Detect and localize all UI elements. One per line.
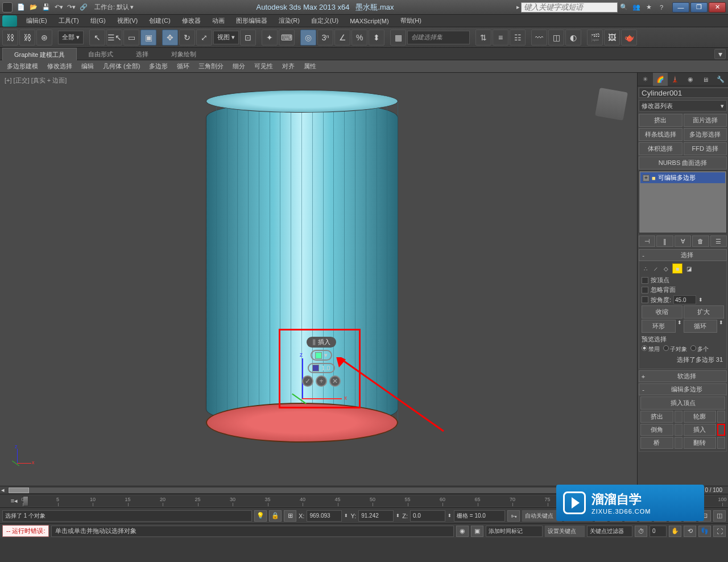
radio-multi[interactable] [690, 345, 696, 351]
time-config-icon[interactable]: ⏱ [635, 526, 647, 537]
outline-button[interactable]: 轮廓 [684, 411, 717, 423]
ribbon-geom[interactable]: 几何体 (全部) [98, 62, 144, 71]
menu-maxscript[interactable]: MAXScript(M) [344, 18, 394, 24]
rollout-editpoly-header[interactable]: -编辑多边形 [639, 383, 727, 395]
bind-icon[interactable]: ⊛ [36, 30, 52, 46]
inset-settings-icon[interactable] [717, 424, 725, 436]
move-icon[interactable]: ✥ [162, 30, 178, 46]
caddy-cancel-icon[interactable]: ✕ [329, 375, 341, 387]
bulb-icon[interactable]: ■ [652, 175, 656, 181]
ribbon-toggle-icon[interactable]: ▾ [714, 49, 726, 59]
menu-group[interactable]: 组(G) [85, 16, 111, 25]
stack-item-editpoly[interactable]: + ■ 可编辑多边形 [640, 172, 725, 183]
expand-icon[interactable]: + [643, 175, 650, 181]
create-tab-icon[interactable]: ✳ [638, 73, 653, 86]
maxscript-error[interactable]: -- 运行时错误: [2, 525, 49, 537]
curve-editor-icon[interactable]: 〰 [531, 30, 547, 46]
isolate-icon[interactable]: ◉ [456, 526, 469, 537]
select-rect-icon[interactable]: ▭ [123, 30, 139, 46]
angle-snap-icon[interactable]: ∠ [334, 30, 350, 46]
menu-grapheditors[interactable]: 图形编辑器 [230, 16, 273, 25]
x-coord-input[interactable] [307, 510, 342, 522]
workspace-label[interactable]: 工作台: 默认 [94, 3, 129, 11]
select-icon[interactable]: ↖ [89, 30, 105, 46]
material-editor-icon[interactable]: ◐ [565, 30, 581, 46]
inset-button[interactable]: 插入 [684, 424, 717, 436]
pivot-icon[interactable]: ⊡ [240, 30, 256, 46]
mirror-icon[interactable]: ⇅ [475, 30, 491, 46]
viewport[interactable]: [+] [正交] [真实 + 边面] zx ‖ 插入 ▾ 1.0 [0, 73, 637, 486]
angle-input[interactable] [673, 295, 696, 304]
mod-extrude[interactable]: 挤出 [639, 114, 682, 127]
minimize-button[interactable]: — [672, 2, 689, 13]
display-tab-icon[interactable]: 🖥 [698, 73, 713, 86]
mod-spline-sel[interactable]: 样条线选择 [639, 128, 682, 141]
caddy-amount-input[interactable]: 1.0 [308, 363, 334, 373]
pin-stack-icon[interactable]: ⊣ [639, 235, 655, 247]
nav-orbit-icon[interactable]: ⟲ [684, 526, 696, 537]
app-logo[interactable] [2, 2, 13, 13]
rollout-softsel-header[interactable]: +软选择 [639, 370, 727, 382]
ribbon-polys[interactable]: 多边形 [144, 62, 172, 71]
mod-ffd-sel[interactable]: FFD 选择 [684, 142, 727, 155]
radio-subobj[interactable] [663, 345, 669, 351]
menu-customize[interactable]: 自定义(U) [305, 16, 344, 25]
viewcube[interactable] [595, 88, 628, 121]
caddy-confirm-icon[interactable]: ✓ [302, 375, 313, 387]
ribbon-modsel[interactable]: 修改选择 [43, 62, 77, 71]
modifier-list-dropdown[interactable]: 修改器列表▾ [639, 100, 727, 111]
mod-poly-sel[interactable]: 多边形选择 [684, 128, 727, 141]
bevel-button[interactable]: 倒角 [640, 424, 673, 436]
menu-views[interactable]: 视图(V) [111, 16, 144, 25]
border-subobj-icon[interactable]: ◇ [662, 265, 670, 272]
ribbon-subdiv[interactable]: 细分 [228, 62, 250, 71]
align-icon[interactable]: ≡ [493, 30, 508, 46]
utilities-tab-icon[interactable]: 🔧 [713, 73, 729, 86]
y-coord-input[interactable] [358, 510, 394, 522]
z-coord-input[interactable] [410, 510, 445, 522]
named-sel-icon[interactable]: ▦ [390, 30, 406, 46]
lock-selection-icon[interactable]: 🔒 [269, 510, 282, 522]
by-vertex-checkbox[interactable] [642, 277, 648, 284]
current-frame-input[interactable] [650, 526, 667, 537]
close-button[interactable]: ✕ [709, 2, 726, 13]
rollout-selection-header[interactable]: -选择 [639, 249, 727, 261]
flip-button[interactable]: 翻转 [684, 437, 717, 449]
bridge-settings-icon[interactable] [675, 437, 682, 449]
menu-edit[interactable]: 编辑(E) [20, 16, 53, 25]
remove-mod-icon[interactable]: 🗑 [692, 235, 709, 247]
ribbon-tri[interactable]: 三角剖分 [194, 62, 228, 71]
hierarchy-tab-icon[interactable]: 🗼 [668, 73, 683, 86]
menu-modifiers[interactable]: 修改器 [176, 16, 206, 25]
comm-icon[interactable]: 👥 [630, 2, 643, 13]
key-filters-button[interactable]: 关键点过滤器 [587, 526, 632, 537]
element-subobj-icon[interactable]: ◪ [685, 265, 693, 272]
caddy-type-button[interactable]: ▾ [311, 350, 332, 361]
snap-icon[interactable]: ◎ [300, 30, 316, 46]
ribbon-props[interactable]: 属性 [299, 62, 321, 71]
ignore-backfacing-checkbox[interactable] [642, 287, 648, 294]
extrude-button[interactable]: 挤出 [640, 411, 673, 423]
ribbon-align[interactable]: 对齐 [278, 62, 299, 71]
snap3-icon[interactable]: 3ⁿ [317, 30, 333, 46]
scale-icon[interactable]: ⤢ [196, 30, 212, 46]
by-angle-checkbox[interactable] [642, 296, 648, 303]
manipulate-icon[interactable]: ✦ [262, 30, 278, 46]
modifier-stack[interactable]: + ■ 可编辑多边形 [639, 171, 727, 233]
nav-maximize-icon[interactable]: ⛶ [713, 526, 726, 537]
menu-help[interactable]: 帮助(H) [395, 16, 427, 25]
grow-button[interactable]: 扩大 [684, 305, 725, 319]
add-time-tag[interactable]: 添加时间标记 [486, 526, 543, 537]
nav-zoomext-icon[interactable]: ◫ [713, 510, 726, 522]
coord-display-icon[interactable]: ⊞ [284, 510, 296, 522]
named-selection-set[interactable]: 创建选择集 [407, 31, 470, 44]
nav-pan-icon[interactable]: ✋ [669, 526, 681, 537]
setkey-button[interactable]: 设置关键点 [545, 526, 585, 537]
mod-nurbs[interactable]: NURBS 曲面选择 [639, 156, 727, 170]
mod-patch-sel[interactable]: 面片选择 [684, 114, 727, 127]
layers-icon[interactable]: ☷ [510, 30, 526, 46]
modify-tab-icon[interactable]: 🌈 [653, 73, 668, 86]
edge-subobj-icon[interactable]: ⟋ [652, 265, 660, 272]
tab-objectpaint[interactable]: 对象绘制 [160, 48, 208, 60]
viewport-label[interactable]: [+] [正交] [真实 + 边面] [5, 76, 67, 85]
